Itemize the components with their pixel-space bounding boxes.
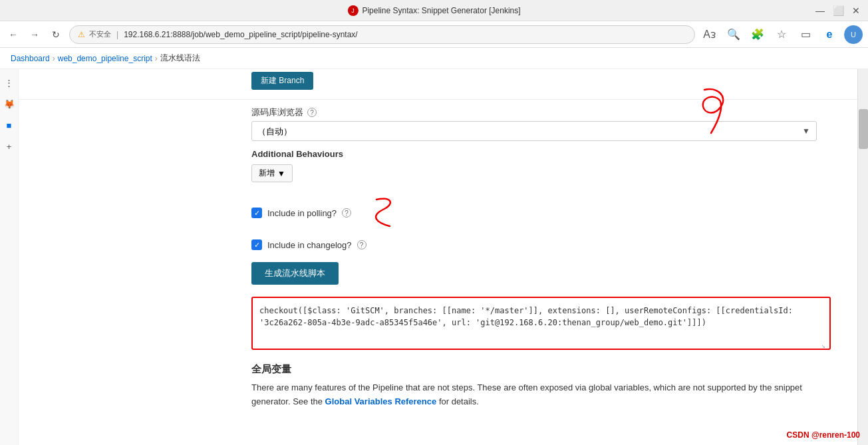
main-layout: ⋮ 🦊 ■ + 新建 Branch 源码库浏览器 ? （自动） ▼	[0, 69, 868, 445]
generate-row: 生成流水线脚本	[251, 257, 831, 290]
back-btn[interactable]: ←	[5, 27, 21, 43]
content-area: 新建 Branch 源码库浏览器 ? （自动） ▼ Additional Be	[19, 69, 857, 445]
breadcrumb-sep-1: ›	[53, 54, 55, 63]
restore-btn[interactable]: ⬜	[833, 5, 844, 16]
jenkins-icon: J	[347, 5, 358, 16]
not-secure-label: 不安全	[89, 29, 111, 39]
additional-behaviours-label: Additional Behaviours	[251, 149, 831, 159]
resize-handle[interactable]: ↘	[821, 341, 828, 347]
changelog-checkbox[interactable]: ✓	[251, 239, 262, 250]
include-polling-row: ✓ Include in polling? ?	[251, 193, 831, 233]
breadcrumb-sep-2: ›	[155, 54, 158, 63]
sidebar-blue-icon[interactable]: ■	[1, 117, 17, 133]
add-behaviour-btn[interactable]: 新增 ▼	[251, 164, 293, 182]
form-section: 源码库浏览器 ? （自动） ▼ Additional Behaviours 新增…	[19, 100, 857, 429]
warning-icon: ⚠	[78, 30, 85, 39]
extensions-icon[interactable]: 🧩	[748, 25, 767, 44]
sidebar-icon[interactable]: ▭	[796, 25, 815, 44]
title-bar: J Pipeline Syntax: Snippet Generator [Je…	[0, 0, 868, 21]
toolbar-icons: Aᴈ 🔍 🧩 ☆ ▭ e U	[700, 25, 863, 44]
global-vars-after-link: for details.	[439, 396, 479, 406]
code-output-text: checkout([$class: 'GitSCM', branches: [[…	[259, 306, 793, 327]
edge-icon[interactable]: e	[820, 25, 839, 44]
annotation-s	[370, 193, 423, 233]
breadcrumb-current: 流水线语法	[160, 53, 200, 64]
csdn-watermark: CSDN @renren-100	[787, 430, 860, 440]
url-text: 192.168.6.21:8888/job/web_demo_pipeline_…	[124, 30, 358, 39]
create-branch-btn[interactable]: 新建 Branch	[251, 72, 313, 90]
title-bar-center: J Pipeline Syntax: Snippet Generator [Je…	[347, 5, 520, 16]
changelog-label: Include in changelog?	[267, 240, 352, 250]
add-btn-chevron: ▼	[277, 169, 285, 178]
sidebar-plus-icon[interactable]: +	[1, 138, 17, 154]
profile-avatar[interactable]: U	[844, 25, 863, 44]
global-vars-section: 全局变量 There are many features of the Pipe…	[251, 363, 831, 422]
sidebar-fox-icon[interactable]: 🦊	[1, 96, 17, 112]
global-vars-title: 全局变量	[251, 363, 831, 376]
include-changelog-row: ✓ Include in changelog? ?	[251, 239, 831, 250]
bookmark-icon[interactable]: ☆	[772, 25, 791, 44]
code-output-area[interactable]: checkout([$class: 'GitSCM', branches: [[…	[251, 297, 831, 350]
annotation-9	[698, 86, 738, 140]
changelog-help[interactable]: ?	[357, 240, 366, 249]
source-browser-label: 源码库浏览器 ?	[251, 106, 831, 118]
breadcrumb-pipeline[interactable]: web_demo_pipeline_script	[58, 54, 152, 63]
translate-icon[interactable]: Aᴈ	[700, 25, 719, 44]
forward-btn[interactable]: →	[27, 27, 43, 43]
window-controls[interactable]: — ⬜ ✕	[815, 5, 860, 16]
right-scrollbar[interactable]	[857, 69, 868, 445]
scrollbar-thumb[interactable]	[859, 109, 868, 149]
generate-pipeline-btn[interactable]: 生成流水线脚本	[251, 262, 339, 285]
breadcrumb-dashboard[interactable]: Dashboard	[11, 54, 50, 63]
source-browser-help[interactable]: ?	[307, 108, 317, 117]
search-icon[interactable]: 🔍	[724, 25, 743, 44]
minimize-btn[interactable]: —	[815, 5, 825, 16]
additional-behaviours-row: Additional Behaviours 新增 ▼	[251, 149, 831, 182]
breadcrumb-bar: Dashboard › web_demo_pipeline_script › 流…	[0, 48, 868, 69]
window-title: Pipeline Syntax: Snippet Generator [Jenk…	[362, 6, 520, 15]
sidebar-icon-1[interactable]: ⋮	[1, 74, 17, 90]
address-input[interactable]: ⚠ 不安全 | 192.168.6.21:8888/job/web_demo_p…	[69, 25, 695, 44]
global-vars-link[interactable]: Global Variables Reference	[325, 396, 437, 406]
source-browser-row: 源码库浏览器 ? （自动） ▼	[251, 106, 831, 141]
left-sidebar: ⋮ 🦊 ■ +	[0, 69, 19, 445]
global-vars-text: There are many features of the Pipeline …	[251, 381, 831, 409]
polling-help[interactable]: ?	[342, 208, 351, 218]
polling-label: Include in polling?	[267, 208, 337, 218]
reload-btn[interactable]: ↻	[48, 27, 64, 43]
polling-checkbox[interactable]: ✓	[251, 208, 262, 218]
close-btn[interactable]: ✕	[852, 5, 860, 16]
address-bar: ← → ↻ ⚠ 不安全 | 192.168.6.21:8888/job/web_…	[0, 21, 868, 48]
